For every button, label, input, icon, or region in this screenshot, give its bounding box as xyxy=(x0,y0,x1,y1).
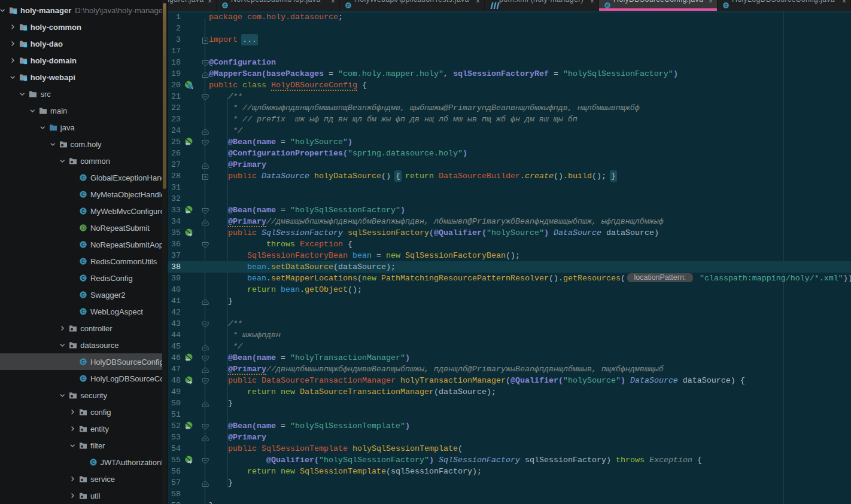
svg-text:@: @ xyxy=(81,225,86,231)
svg-text:C: C xyxy=(223,4,226,8)
svg-text:C: C xyxy=(81,359,85,365)
svg-text:C: C xyxy=(81,242,85,248)
svg-text:C: C xyxy=(81,309,85,314)
svg-text:C: C xyxy=(81,259,85,264)
svg-text:C: C xyxy=(81,192,85,197)
svg-text:C: C xyxy=(347,4,349,8)
svg-text:C: C xyxy=(81,175,85,181)
svg-text:C: C xyxy=(81,276,85,281)
svg-text:C: C xyxy=(81,376,85,381)
svg-text:C: C xyxy=(81,292,85,298)
svg-text:C: C xyxy=(81,209,85,214)
svg-text:C: C xyxy=(724,4,727,8)
svg-text:C: C xyxy=(606,4,609,8)
svg-text:C: C xyxy=(92,460,95,465)
